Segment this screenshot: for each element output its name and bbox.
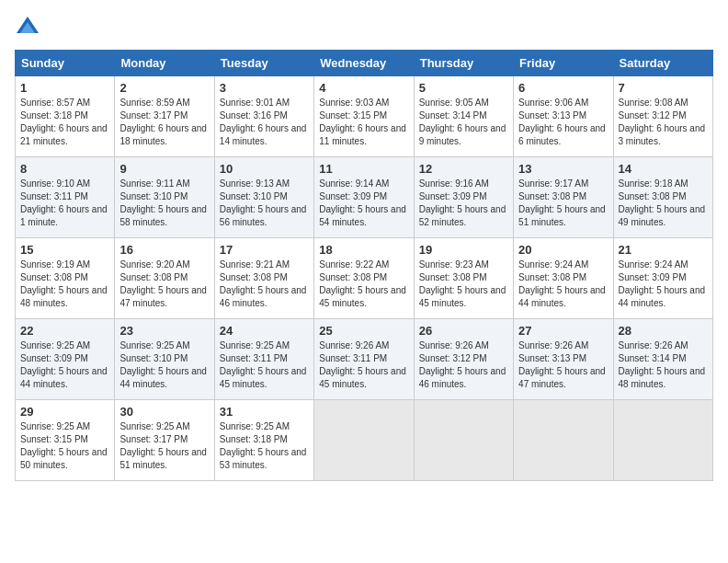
day-info: Sunrise: 9:25 AMSunset: 3:09 PMDaylight:…: [20, 339, 109, 391]
day-info: Sunrise: 9:22 AMSunset: 3:08 PMDaylight:…: [319, 259, 408, 310]
day-info: Sunrise: 9:01 AMSunset: 3:16 PMDaylight:…: [220, 97, 309, 148]
day-number: 6: [518, 81, 608, 95]
calendar-header-saturday: Saturday: [613, 51, 712, 76]
day-number: 3: [220, 81, 309, 95]
calendar-cell: 31Sunrise: 9:25 AMSunset: 3:18 PMDayligh…: [214, 400, 313, 481]
day-number: 23: [119, 324, 209, 338]
day-number: 1: [20, 81, 109, 95]
calendar-cell: 13Sunrise: 9:17 AMSunset: 3:08 PMDayligh…: [514, 157, 613, 238]
calendar-week-row: 15Sunrise: 9:19 AMSunset: 3:08 PMDayligh…: [16, 238, 713, 319]
day-info: Sunrise: 9:25 AMSunset: 3:10 PMDaylight:…: [119, 339, 209, 391]
day-info: Sunrise: 9:21 AMSunset: 3:08 PMDaylight:…: [220, 259, 309, 310]
calendar-week-row: 22Sunrise: 9:25 AMSunset: 3:09 PMDayligh…: [16, 319, 713, 400]
day-info: Sunrise: 9:20 AMSunset: 3:08 PMDaylight:…: [119, 259, 209, 310]
day-number: 13: [518, 162, 608, 176]
day-number: 11: [319, 162, 408, 176]
day-info: Sunrise: 9:26 AMSunset: 3:11 PMDaylight:…: [319, 339, 408, 391]
day-number: 14: [619, 162, 708, 176]
header: [15, 15, 713, 40]
calendar-cell: 7Sunrise: 9:08 AMSunset: 3:12 PMDaylight…: [613, 76, 712, 157]
day-info: Sunrise: 9:05 AMSunset: 3:14 PMDaylight:…: [419, 97, 508, 148]
day-info: Sunrise: 9:14 AMSunset: 3:09 PMDaylight:…: [319, 178, 408, 229]
logo-icon: [15, 15, 40, 40]
calendar-cell: 9Sunrise: 9:11 AMSunset: 3:10 PMDaylight…: [115, 157, 214, 238]
calendar-table: SundayMondayTuesdayWednesdayThursdayFrid…: [15, 50, 713, 481]
page: SundayMondayTuesdayWednesdayThursdayFrid…: [0, 0, 728, 563]
day-number: 21: [619, 243, 708, 257]
day-number: 22: [20, 324, 109, 338]
day-number: 20: [518, 243, 608, 257]
calendar-cell: 5Sunrise: 9:05 AMSunset: 3:14 PMDaylight…: [414, 76, 513, 157]
day-number: 26: [419, 324, 508, 338]
day-number: 10: [220, 162, 309, 176]
calendar-cell: 21Sunrise: 9:24 AMSunset: 3:09 PMDayligh…: [613, 238, 712, 319]
day-number: 12: [419, 162, 508, 176]
calendar-header-tuesday: Tuesday: [214, 51, 313, 76]
calendar-cell: 12Sunrise: 9:16 AMSunset: 3:09 PMDayligh…: [414, 157, 513, 238]
calendar-week-row: 1Sunrise: 8:57 AMSunset: 3:18 PMDaylight…: [16, 76, 713, 157]
day-number: 28: [619, 324, 708, 338]
day-info: Sunrise: 8:57 AMSunset: 3:18 PMDaylight:…: [20, 97, 109, 148]
calendar-cell: 17Sunrise: 9:21 AMSunset: 3:08 PMDayligh…: [214, 238, 313, 319]
day-number: 15: [20, 243, 109, 257]
calendar-cell: 27Sunrise: 9:26 AMSunset: 3:13 PMDayligh…: [514, 319, 613, 400]
day-info: Sunrise: 9:19 AMSunset: 3:08 PMDaylight:…: [20, 259, 109, 310]
calendar-cell: 18Sunrise: 9:22 AMSunset: 3:08 PMDayligh…: [314, 238, 414, 319]
logo: [15, 15, 44, 40]
day-number: 29: [20, 405, 109, 419]
day-number: 18: [319, 243, 408, 257]
calendar-cell: 15Sunrise: 9:19 AMSunset: 3:08 PMDayligh…: [16, 238, 115, 319]
calendar-header-wednesday: Wednesday: [314, 51, 414, 76]
day-number: 31: [220, 405, 309, 419]
day-info: Sunrise: 9:25 AMSunset: 3:17 PMDaylight:…: [119, 420, 209, 472]
calendar-cell: 8Sunrise: 9:10 AMSunset: 3:11 PMDaylight…: [16, 157, 115, 238]
day-info: Sunrise: 9:11 AMSunset: 3:10 PMDaylight:…: [119, 178, 209, 229]
calendar-cell: [613, 400, 712, 481]
calendar-cell: 16Sunrise: 9:20 AMSunset: 3:08 PMDayligh…: [115, 238, 214, 319]
day-number: 30: [119, 405, 209, 419]
calendar-cell: [414, 400, 513, 481]
calendar-cell: 10Sunrise: 9:13 AMSunset: 3:10 PMDayligh…: [214, 157, 313, 238]
day-info: Sunrise: 9:25 AMSunset: 3:15 PMDaylight:…: [20, 420, 109, 472]
calendar-cell: 2Sunrise: 8:59 AMSunset: 3:17 PMDaylight…: [115, 76, 214, 157]
day-info: Sunrise: 9:06 AMSunset: 3:13 PMDaylight:…: [518, 97, 608, 148]
day-info: Sunrise: 9:26 AMSunset: 3:12 PMDaylight:…: [419, 339, 508, 391]
day-info: Sunrise: 9:23 AMSunset: 3:08 PMDaylight:…: [419, 259, 508, 310]
day-number: 7: [619, 81, 708, 95]
day-number: 4: [319, 81, 408, 95]
calendar-cell: 11Sunrise: 9:14 AMSunset: 3:09 PMDayligh…: [314, 157, 414, 238]
calendar-cell: 19Sunrise: 9:23 AMSunset: 3:08 PMDayligh…: [414, 238, 513, 319]
calendar-cell: 20Sunrise: 9:24 AMSunset: 3:08 PMDayligh…: [514, 238, 613, 319]
day-number: 16: [119, 243, 209, 257]
calendar-cell: 26Sunrise: 9:26 AMSunset: 3:12 PMDayligh…: [414, 319, 513, 400]
day-info: Sunrise: 9:08 AMSunset: 3:12 PMDaylight:…: [619, 97, 708, 148]
day-number: 27: [518, 324, 608, 338]
calendar-header-friday: Friday: [514, 51, 613, 76]
calendar-week-row: 8Sunrise: 9:10 AMSunset: 3:11 PMDaylight…: [16, 157, 713, 238]
calendar-cell: 25Sunrise: 9:26 AMSunset: 3:11 PMDayligh…: [314, 319, 414, 400]
calendar-week-row: 29Sunrise: 9:25 AMSunset: 3:15 PMDayligh…: [16, 400, 713, 481]
calendar-cell: 22Sunrise: 9:25 AMSunset: 3:09 PMDayligh…: [16, 319, 115, 400]
calendar-header-monday: Monday: [115, 51, 214, 76]
day-number: 8: [20, 162, 109, 176]
day-info: Sunrise: 9:26 AMSunset: 3:14 PMDaylight:…: [619, 339, 708, 391]
calendar-cell: 14Sunrise: 9:18 AMSunset: 3:08 PMDayligh…: [613, 157, 712, 238]
day-info: Sunrise: 9:18 AMSunset: 3:08 PMDaylight:…: [619, 178, 708, 229]
day-number: 24: [220, 324, 309, 338]
day-info: Sunrise: 8:59 AMSunset: 3:17 PMDaylight:…: [119, 97, 209, 148]
calendar-header-sunday: Sunday: [16, 51, 115, 76]
day-info: Sunrise: 9:16 AMSunset: 3:09 PMDaylight:…: [419, 178, 508, 229]
calendar-cell: 24Sunrise: 9:25 AMSunset: 3:11 PMDayligh…: [214, 319, 313, 400]
day-number: 2: [119, 81, 209, 95]
day-info: Sunrise: 9:25 AMSunset: 3:18 PMDaylight:…: [220, 420, 309, 472]
day-info: Sunrise: 9:17 AMSunset: 3:08 PMDaylight:…: [518, 178, 608, 229]
calendar-cell: 30Sunrise: 9:25 AMSunset: 3:17 PMDayligh…: [115, 400, 214, 481]
calendar-cell: 3Sunrise: 9:01 AMSunset: 3:16 PMDaylight…: [214, 76, 313, 157]
calendar-header-thursday: Thursday: [414, 51, 513, 76]
day-info: Sunrise: 9:24 AMSunset: 3:08 PMDaylight:…: [518, 259, 608, 310]
day-number: 25: [319, 324, 408, 338]
day-info: Sunrise: 9:13 AMSunset: 3:10 PMDaylight:…: [220, 178, 309, 229]
day-number: 9: [119, 162, 209, 176]
day-info: Sunrise: 9:25 AMSunset: 3:11 PMDaylight:…: [220, 339, 309, 391]
calendar-cell: 1Sunrise: 8:57 AMSunset: 3:18 PMDaylight…: [16, 76, 115, 157]
